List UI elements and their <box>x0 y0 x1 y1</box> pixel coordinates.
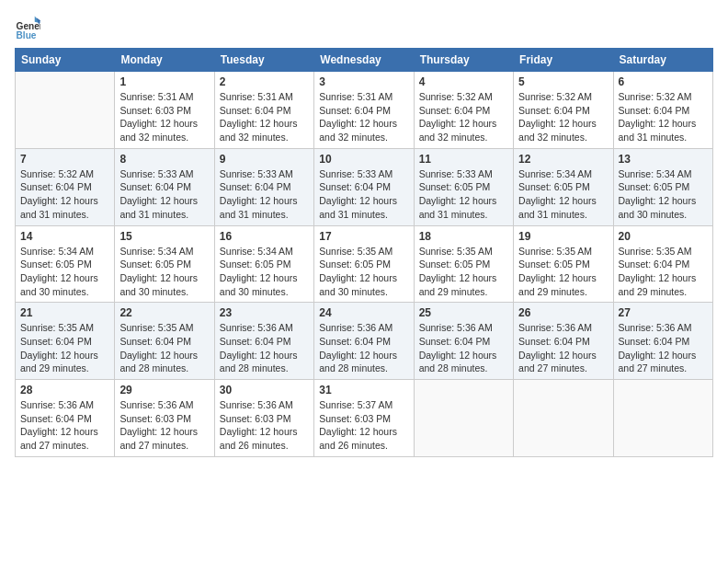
daylight-label: Daylight: 12 hours and 29 minutes. <box>518 272 597 297</box>
day-number: 5 <box>518 75 608 88</box>
daylight-label: Daylight: 12 hours and 30 minutes. <box>619 195 697 220</box>
calendar-cell: 25Sunrise: 5:36 AMSunset: 6:04 PMDayligh… <box>414 303 513 380</box>
calendar-cell: 29Sunrise: 5:36 AMSunset: 6:03 PMDayligh… <box>115 380 214 457</box>
day-info: Sunrise: 5:35 AMSunset: 6:05 PMDaylight:… <box>419 245 508 299</box>
calendar-cell: 14Sunrise: 5:34 AMSunset: 6:05 PMDayligh… <box>16 225 115 303</box>
calendar-cell: 27Sunrise: 5:36 AMSunset: 6:04 PMDayligh… <box>613 303 712 380</box>
day-info: Sunrise: 5:36 AMSunset: 6:04 PMDaylight:… <box>20 398 109 453</box>
day-number: 3 <box>319 75 408 88</box>
day-info: Sunrise: 5:33 AMSunset: 6:05 PMDaylight:… <box>419 167 508 222</box>
calendar-week-row: 1Sunrise: 5:31 AMSunset: 6:03 PMDaylight… <box>16 72 713 149</box>
column-header-tuesday: Tuesday <box>214 49 313 72</box>
day-info: Sunrise: 5:31 AMSunset: 6:04 PMDaylight:… <box>220 90 309 144</box>
daylight-label: Daylight: 12 hours and 31 minutes. <box>419 195 497 220</box>
day-info: Sunrise: 5:31 AMSunset: 6:03 PMDaylight:… <box>119 90 209 144</box>
day-number: 30 <box>220 384 309 396</box>
day-info: Sunrise: 5:31 AMSunset: 6:04 PMDaylight:… <box>319 90 408 144</box>
calendar-cell <box>514 380 613 457</box>
day-info: Sunrise: 5:36 AMSunset: 6:03 PMDaylight:… <box>220 398 309 453</box>
day-number: 16 <box>220 230 309 243</box>
calendar-cell: 11Sunrise: 5:33 AMSunset: 6:05 PMDayligh… <box>414 148 513 225</box>
daylight-label: Daylight: 12 hours and 27 minutes. <box>619 350 697 374</box>
day-info: Sunrise: 5:33 AMSunset: 6:04 PMDaylight:… <box>220 167 309 222</box>
day-number: 24 <box>319 306 408 319</box>
day-number: 1 <box>119 75 209 88</box>
day-number: 10 <box>319 153 408 166</box>
day-number: 11 <box>419 153 508 166</box>
sunrise-label: Sunrise: 5:33 AM <box>319 168 392 179</box>
day-info: Sunrise: 5:36 AMSunset: 6:03 PMDaylight:… <box>119 398 209 453</box>
day-info: Sunrise: 5:34 AMSunset: 6:05 PMDaylight:… <box>20 245 109 299</box>
sunrise-label: Sunrise: 5:33 AM <box>419 168 493 179</box>
day-number: 7 <box>20 153 109 166</box>
column-header-wednesday: Wednesday <box>314 49 414 72</box>
day-number: 27 <box>619 306 708 319</box>
calendar-cell: 5Sunrise: 5:32 AMSunset: 6:04 PMDaylight… <box>514 72 613 149</box>
day-info: Sunrise: 5:32 AMSunset: 6:04 PMDaylight:… <box>20 167 109 222</box>
svg-text:Blue: Blue <box>17 30 37 40</box>
daylight-label: Daylight: 12 hours and 28 minutes. <box>119 350 198 374</box>
day-number: 25 <box>419 306 508 319</box>
sunset-label: Sunset: 6:04 PM <box>518 336 590 347</box>
day-info: Sunrise: 5:35 AMSunset: 6:05 PMDaylight:… <box>319 245 408 299</box>
sunrise-label: Sunrise: 5:35 AM <box>619 246 692 257</box>
column-header-monday: Monday <box>115 49 214 72</box>
sunset-label: Sunset: 6:04 PM <box>619 105 690 116</box>
sunset-label: Sunset: 6:03 PM <box>220 413 291 424</box>
sunset-label: Sunset: 6:05 PM <box>619 181 690 192</box>
calendar-cell: 15Sunrise: 5:34 AMSunset: 6:05 PMDayligh… <box>115 225 214 303</box>
day-number: 26 <box>518 306 608 319</box>
day-number: 2 <box>220 75 309 88</box>
day-number: 9 <box>220 153 309 166</box>
day-info: Sunrise: 5:32 AMSunset: 6:04 PMDaylight:… <box>518 90 608 144</box>
calendar-cell: 18Sunrise: 5:35 AMSunset: 6:05 PMDayligh… <box>414 225 513 303</box>
column-header-thursday: Thursday <box>414 49 513 72</box>
day-number: 8 <box>119 153 209 166</box>
sunrise-label: Sunrise: 5:37 AM <box>319 399 392 410</box>
daylight-label: Daylight: 12 hours and 28 minutes. <box>419 350 497 374</box>
calendar-cell <box>613 380 712 457</box>
calendar-cell: 10Sunrise: 5:33 AMSunset: 6:04 PMDayligh… <box>314 148 414 225</box>
column-header-sunday: Sunday <box>16 49 115 72</box>
day-info: Sunrise: 5:36 AMSunset: 6:04 PMDaylight:… <box>419 321 508 375</box>
calendar-table: SundayMondayTuesdayWednesdayThursdayFrid… <box>15 48 713 457</box>
sunrise-label: Sunrise: 5:35 AM <box>419 246 493 257</box>
daylight-label: Daylight: 12 hours and 31 minutes. <box>619 118 697 143</box>
daylight-label: Daylight: 12 hours and 27 minutes. <box>20 426 98 451</box>
day-number: 23 <box>220 306 309 319</box>
column-header-friday: Friday <box>514 49 613 72</box>
day-info: Sunrise: 5:34 AMSunset: 6:05 PMDaylight:… <box>518 167 608 222</box>
calendar-cell: 1Sunrise: 5:31 AMSunset: 6:03 PMDaylight… <box>115 72 214 149</box>
sunset-label: Sunset: 6:04 PM <box>319 336 391 347</box>
daylight-label: Daylight: 12 hours and 28 minutes. <box>220 350 298 374</box>
day-number: 21 <box>20 306 109 319</box>
logo-icon: General Blue <box>15 15 40 40</box>
daylight-label: Daylight: 12 hours and 32 minutes. <box>119 118 198 143</box>
sunset-label: Sunset: 6:04 PM <box>319 181 391 192</box>
sunrise-label: Sunrise: 5:33 AM <box>220 168 293 179</box>
sunset-label: Sunset: 6:04 PM <box>20 181 92 192</box>
day-info: Sunrise: 5:36 AMSunset: 6:04 PMDaylight:… <box>619 321 708 375</box>
day-number: 17 <box>319 230 408 243</box>
daylight-label: Daylight: 12 hours and 26 minutes. <box>220 426 298 451</box>
calendar-cell: 6Sunrise: 5:32 AMSunset: 6:04 PMDaylight… <box>613 72 712 149</box>
sunset-label: Sunset: 6:04 PM <box>20 413 92 424</box>
calendar-cell: 22Sunrise: 5:35 AMSunset: 6:04 PMDayligh… <box>115 303 214 380</box>
sunrise-label: Sunrise: 5:36 AM <box>20 399 94 410</box>
sunset-label: Sunset: 6:05 PM <box>518 181 590 192</box>
calendar-cell: 2Sunrise: 5:31 AMSunset: 6:04 PMDaylight… <box>214 72 313 149</box>
day-info: Sunrise: 5:37 AMSunset: 6:03 PMDaylight:… <box>319 398 408 453</box>
sunset-label: Sunset: 6:03 PM <box>119 105 191 116</box>
day-number: 14 <box>20 230 109 243</box>
daylight-label: Daylight: 12 hours and 30 minutes. <box>220 272 298 297</box>
day-number: 22 <box>119 306 209 319</box>
sunset-label: Sunset: 6:03 PM <box>119 413 191 424</box>
calendar-week-row: 28Sunrise: 5:36 AMSunset: 6:04 PMDayligh… <box>16 380 713 457</box>
sunset-label: Sunset: 6:04 PM <box>518 105 590 116</box>
sunset-label: Sunset: 6:04 PM <box>119 181 191 192</box>
daylight-label: Daylight: 12 hours and 30 minutes. <box>319 272 397 297</box>
calendar-cell: 31Sunrise: 5:37 AMSunset: 6:03 PMDayligh… <box>314 380 414 457</box>
calendar-cell: 24Sunrise: 5:36 AMSunset: 6:04 PMDayligh… <box>314 303 414 380</box>
day-info: Sunrise: 5:36 AMSunset: 6:04 PMDaylight:… <box>319 321 408 375</box>
day-number: 4 <box>419 75 508 88</box>
